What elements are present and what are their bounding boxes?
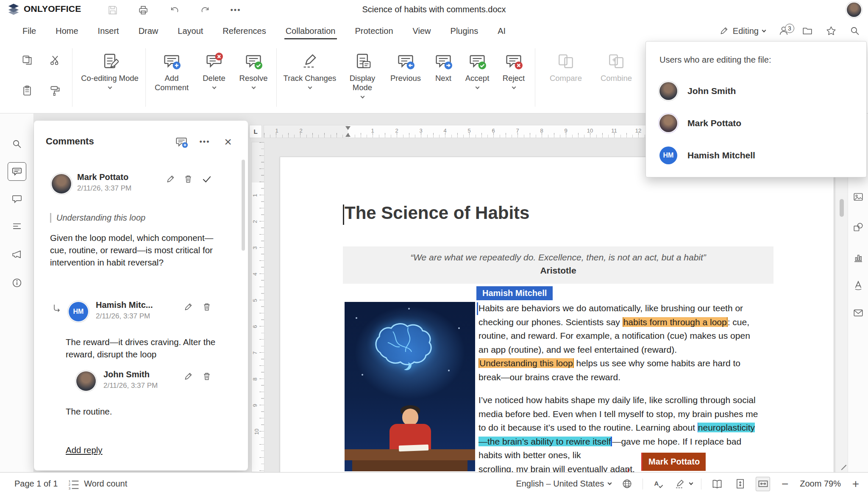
paragraph-2[interactable]: I’ve noticed how habits shape my daily l… bbox=[479, 393, 758, 472]
users-popup-title: Users who are editing the file: bbox=[659, 55, 771, 65]
shape-settings-button[interactable] bbox=[851, 220, 865, 235]
sidebar-about-button[interactable] bbox=[8, 274, 26, 292]
chevron-down-icon bbox=[360, 94, 364, 99]
document-page[interactable]: The Science of Habits “We are what we re… bbox=[280, 157, 834, 472]
word-count-button[interactable]: 1 2 3 Word count bbox=[68, 478, 127, 490]
reply-delete-button[interactable] bbox=[200, 370, 214, 383]
comment-highlight-orange[interactable]: habits form through a loop bbox=[623, 317, 728, 327]
app-name: ONLYOFFICE bbox=[24, 4, 81, 14]
sidebar-chat-button[interactable] bbox=[8, 190, 26, 208]
ruler-number: 2 bbox=[299, 127, 302, 134]
comments-scrollbar-thumb[interactable] bbox=[242, 160, 245, 251]
ruler-number: 6 bbox=[492, 127, 495, 134]
comments-more-button[interactable]: ••• bbox=[197, 134, 212, 149]
tab-draw[interactable]: Draw bbox=[129, 19, 168, 42]
tab-ai[interactable]: AI bbox=[488, 19, 515, 42]
sidebar-comments-button[interactable] bbox=[8, 162, 26, 181]
brain-graphic bbox=[367, 315, 452, 382]
editing-mode-label: Editing bbox=[733, 26, 759, 36]
save-button[interactable] bbox=[106, 3, 120, 17]
user-avatar bbox=[659, 114, 677, 132]
tab-protection[interactable]: Protection bbox=[345, 19, 403, 42]
textart-settings-button[interactable] bbox=[851, 278, 865, 292]
display-mode-button[interactable]: Display Mode bbox=[341, 47, 384, 110]
user-avatar[interactable] bbox=[847, 3, 861, 17]
comment-resolve-button[interactable] bbox=[200, 172, 214, 186]
image-settings-button[interactable] bbox=[851, 190, 865, 204]
tab-stop-selector[interactable]: L bbox=[249, 125, 262, 138]
cut-button[interactable] bbox=[47, 53, 63, 68]
paragraph-2-text: scrolling, my brain will eventually adap… bbox=[479, 464, 635, 473]
reply-delete-button[interactable] bbox=[200, 300, 214, 314]
format-painter-button[interactable] bbox=[47, 83, 63, 98]
text-cursor bbox=[343, 205, 344, 225]
resolve-comment-button[interactable]: Resolve bbox=[234, 47, 273, 110]
reject-change-button[interactable]: Reject bbox=[496, 47, 531, 110]
next-change-button[interactable]: Next bbox=[428, 47, 459, 110]
favorite-button[interactable] bbox=[826, 25, 837, 36]
accept-change-button[interactable]: Accept bbox=[460, 47, 495, 110]
editing-mode-selector[interactable]: Editing bbox=[719, 26, 765, 36]
mailmerge-settings-button[interactable] bbox=[851, 306, 865, 320]
copy-button[interactable] bbox=[19, 53, 35, 68]
language-selector[interactable]: English – United States bbox=[516, 479, 611, 489]
comment-delete-button[interactable] bbox=[181, 172, 195, 186]
scrollbar-thumb[interactable] bbox=[840, 199, 844, 217]
comment-edit-button[interactable] bbox=[164, 172, 177, 186]
track-changes-button[interactable]: Track Changes bbox=[280, 47, 340, 110]
paste-button[interactable] bbox=[19, 83, 35, 98]
ruler-number: 9 bbox=[252, 404, 258, 407]
document-body-text[interactable]: Habits are behaviors we do automatically… bbox=[479, 301, 758, 472]
search-button[interactable] bbox=[849, 25, 860, 36]
comments-close-button[interactable]: × bbox=[220, 134, 236, 149]
tab-home[interactable]: Home bbox=[46, 19, 88, 42]
sidebar-feedback-button[interactable] bbox=[8, 245, 26, 264]
coediting-users-button[interactable]: 3 bbox=[778, 25, 789, 36]
tab-layout[interactable]: Layout bbox=[168, 19, 213, 42]
add-comment-to-document-button[interactable] bbox=[174, 134, 189, 149]
tab-insert[interactable]: Insert bbox=[88, 19, 129, 42]
spell-check-button[interactable]: A bbox=[651, 477, 666, 491]
tab-view[interactable]: View bbox=[403, 19, 441, 42]
comment-highlight-orange[interactable]: Understanding this loop bbox=[479, 358, 574, 368]
track-changes-toggle[interactable] bbox=[674, 478, 693, 489]
fit-width-button[interactable] bbox=[756, 477, 770, 491]
compare-icon bbox=[557, 52, 575, 70]
pencil-icon bbox=[719, 26, 729, 36]
person-head bbox=[402, 409, 418, 426]
coeditor-caret-hamish bbox=[477, 302, 478, 315]
tab-references[interactable]: References bbox=[213, 19, 275, 42]
display-mode-icon bbox=[353, 52, 371, 70]
set-language-button[interactable] bbox=[620, 477, 634, 491]
ruler-number: 7 bbox=[516, 127, 519, 134]
previous-change-button[interactable]: Previous bbox=[384, 47, 427, 110]
zoom-out-button[interactable]: − bbox=[779, 478, 791, 490]
zoom-level: Zoom 79% bbox=[800, 479, 841, 489]
ruler-number: 3 bbox=[252, 246, 258, 249]
resolve-comment-icon bbox=[245, 52, 262, 70]
chevron-down-icon bbox=[308, 85, 312, 89]
zoom-in-button[interactable]: + bbox=[849, 478, 862, 490]
first-line-indent-marker[interactable] bbox=[345, 126, 351, 130]
fit-page-button[interactable] bbox=[733, 477, 747, 491]
comment-author-name: Mark Pottato bbox=[77, 172, 128, 182]
add-reply-link[interactable]: Add reply bbox=[66, 445, 103, 455]
paragraph-1[interactable]: Habits are behaviors we do automatically… bbox=[479, 301, 758, 384]
scroll-down-arrow[interactable] bbox=[837, 461, 847, 470]
document-image-brain-illustration[interactable] bbox=[345, 302, 475, 471]
add-comment-button[interactable]: Add Comment bbox=[149, 47, 194, 110]
chart-settings-button[interactable] bbox=[851, 251, 865, 265]
tab-file[interactable]: File bbox=[13, 19, 46, 42]
reply-edit-button[interactable] bbox=[181, 300, 195, 314]
sidebar-navigation-button[interactable] bbox=[8, 217, 26, 236]
tab-plugins[interactable]: Plugins bbox=[441, 19, 488, 42]
tab-collaboration[interactable]: Collaboration bbox=[276, 19, 345, 42]
sidebar-search-button[interactable] bbox=[8, 135, 26, 153]
reply-edit-button[interactable] bbox=[181, 370, 195, 383]
delete-comment-button[interactable]: Delete bbox=[196, 47, 232, 110]
reader-mode-button[interactable] bbox=[710, 477, 724, 491]
coediting-mode-button[interactable]: Co-editing Mode bbox=[78, 47, 142, 110]
app-logo: ONLYOFFICE bbox=[8, 3, 81, 15]
left-indent-marker[interactable] bbox=[345, 133, 351, 137]
open-file-location-button[interactable] bbox=[802, 25, 813, 36]
